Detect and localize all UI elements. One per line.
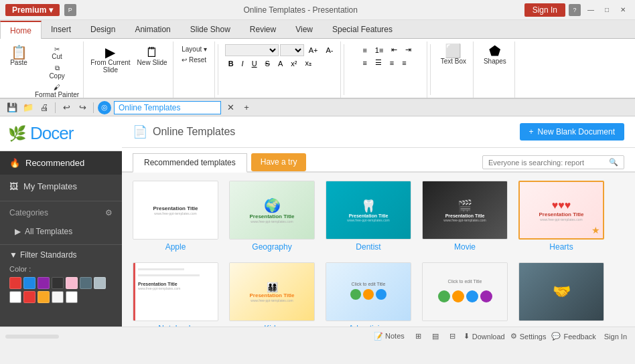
download-icon: ⬇ xyxy=(464,332,470,341)
color-swatch-red[interactable] xyxy=(9,277,21,289)
search-input[interactable] xyxy=(488,159,609,167)
justify-button[interactable]: ≡ xyxy=(399,58,409,68)
sidebar-item-all-templates[interactable]: ▶ All Templates xyxy=(0,221,122,242)
align-right-button[interactable]: ≡ xyxy=(386,58,397,68)
font-color-button[interactable]: A xyxy=(275,58,286,69)
document-icon: 📄 xyxy=(133,124,147,139)
indent-increase-button[interactable]: ⇥ xyxy=(402,44,415,56)
settings-area[interactable]: ⚙ Settings xyxy=(510,332,547,341)
tab-search-input[interactable] xyxy=(114,101,221,114)
cut-button[interactable]: ✂ Cut xyxy=(33,44,80,62)
minimize-button[interactable]: — xyxy=(584,3,597,17)
tab-slideshow[interactable]: Slide Show xyxy=(181,20,240,38)
align-center-button[interactable]: ☰ xyxy=(372,57,385,68)
template-colorful[interactable]: Click to edit Title xyxy=(422,262,508,327)
ribbon-tabs: Home Insert Design Animation Slide Show … xyxy=(0,20,635,39)
text-box-button[interactable]: ⬜ Text Box xyxy=(438,43,469,66)
layout-group: Layout ▾ ↩ Reset xyxy=(175,41,215,98)
color-swatch-white[interactable] xyxy=(9,291,21,303)
paste-button[interactable]: 📋 Paste xyxy=(5,44,32,68)
font-increase-button[interactable]: A+ xyxy=(305,45,322,56)
redo-button[interactable]: ↪ xyxy=(76,101,89,114)
font-size-select[interactable] xyxy=(280,44,304,56)
template-advertising[interactable]: Click to edit Title Advertising xyxy=(326,262,411,327)
signin-button[interactable]: Sign In xyxy=(524,3,565,17)
numbered-list-button[interactable]: 1≡ xyxy=(372,45,387,56)
shapes-button[interactable]: ⬟ Shapes xyxy=(481,43,509,66)
color-swatch-blue[interactable] xyxy=(23,277,36,289)
font-family-select[interactable] xyxy=(225,44,279,56)
download-area[interactable]: ⬇ Download xyxy=(464,332,505,341)
tab-home[interactable]: Home xyxy=(0,21,42,39)
tab-design[interactable]: Design xyxy=(81,20,125,38)
login-area[interactable]: Sign In xyxy=(602,331,630,342)
color-swatch-light-gray[interactable] xyxy=(94,277,106,289)
from-current-button[interactable]: ▶ From CurrentSlide xyxy=(88,44,133,75)
film-icon: 🎬 xyxy=(457,199,472,213)
color-swatch-white2[interactable] xyxy=(66,291,78,303)
copy-button[interactable]: ⧉ Copy xyxy=(33,63,80,81)
strikethrough-button[interactable]: S xyxy=(262,58,273,69)
template-hands[interactable]: 🤝 xyxy=(518,262,604,327)
close-tab-button[interactable]: ✕ xyxy=(224,101,237,114)
template-geography[interactable]: 🌍 Presentation Title www.free-ppt-templa… xyxy=(229,181,315,252)
tab-recommended[interactable]: Recommended templates xyxy=(133,153,247,173)
template-apple[interactable]: Presentation Title www.free-ppt-template… xyxy=(133,181,218,252)
slideshow-icon: ▶ xyxy=(105,46,115,59)
restore-button[interactable]: □ xyxy=(600,3,614,17)
save-quick-button[interactable]: 💾 xyxy=(5,101,19,114)
new-slide-button[interactable]: 🗒 New Slide xyxy=(135,44,170,68)
color-swatch-pink[interactable] xyxy=(66,277,78,289)
subscript-button[interactable]: x₂ xyxy=(301,58,315,69)
indent-decrease-button[interactable]: ⇤ xyxy=(388,44,401,56)
template-dentist[interactable]: 🦷 Presentation Title www.free-ppt-templa… xyxy=(326,181,411,252)
align-left-button[interactable]: ≡ xyxy=(359,58,370,68)
template-notebook[interactable]: Presentation Title www.free-ppt-template… xyxy=(133,262,218,327)
slide-view-button[interactable]: ▤ xyxy=(429,331,441,342)
color-swatch-off-white[interactable] xyxy=(52,291,64,303)
superscript-button[interactable]: x² xyxy=(287,58,300,69)
feedback-area[interactable]: 💬 Feedback xyxy=(551,332,595,341)
color-swatch-purple[interactable] xyxy=(38,277,50,289)
tab-have-a-try[interactable]: Have a try xyxy=(251,153,307,171)
notes-button[interactable]: 📝 Notes xyxy=(371,331,407,342)
new-blank-button[interactable]: + New Blank Document xyxy=(520,123,624,141)
sidebar-item-recommended[interactable]: 🔥 Recommended xyxy=(0,151,122,175)
tab-special[interactable]: Special Features xyxy=(323,20,403,38)
color-swatch-gray-blue[interactable] xyxy=(80,277,92,289)
grid-view-button[interactable]: ⊟ xyxy=(447,331,458,342)
new-tab-button[interactable]: + xyxy=(240,101,253,114)
normal-view-button[interactable]: ⊞ xyxy=(413,331,424,342)
color-swatches xyxy=(9,277,113,303)
template-movie[interactable]: 🎬 Presentation Title www.free-ppt-templa… xyxy=(422,181,508,252)
help-icon[interactable]: ? xyxy=(569,4,581,16)
format-painter-button[interactable]: 🖌 Format Painter xyxy=(33,82,80,100)
color-swatch-red2[interactable] xyxy=(23,291,36,303)
print-quick-button[interactable]: 🖨 xyxy=(38,101,51,114)
template-hearts[interactable]: ♥♥♥ Presentation Title www.free-ppt-temp… xyxy=(518,181,604,252)
reset-button[interactable]: ↩ Reset xyxy=(180,55,208,65)
font-decrease-button[interactable]: A- xyxy=(322,45,336,56)
italic-button[interactable]: I xyxy=(238,58,247,69)
tab-review[interactable]: Review xyxy=(240,20,286,38)
separator xyxy=(55,102,56,113)
open-quick-button[interactable]: 📁 xyxy=(21,101,35,114)
gear-icon[interactable]: ⚙ xyxy=(105,208,113,217)
bullet-list-button[interactable]: ≡ xyxy=(359,45,370,56)
layout-button[interactable]: Layout ▾ xyxy=(180,44,208,54)
main-area: 🌿 Docer 🔥 Recommended 🖼 My Templates Cat… xyxy=(0,116,635,327)
sidebar-item-my-templates[interactable]: 🖼 My Templates xyxy=(0,175,122,198)
search-bar[interactable]: 🔍 xyxy=(482,155,624,169)
bold-button[interactable]: B xyxy=(225,58,237,69)
color-swatch-black[interactable] xyxy=(52,277,64,289)
tab-animation[interactable]: Animation xyxy=(125,20,180,38)
content-title: 📄 Online Templates xyxy=(133,124,235,146)
tab-view[interactable]: View xyxy=(286,20,323,38)
color-swatch-yellow[interactable] xyxy=(38,291,50,303)
template-name-kids: Kids xyxy=(229,324,315,327)
undo-button[interactable]: ↩ xyxy=(60,101,73,114)
template-kids[interactable]: 👨‍👩‍👧‍👦 Presentation Title www.free-ppt-… xyxy=(229,262,315,327)
close-button[interactable]: ✕ xyxy=(616,3,630,17)
underline-button[interactable]: U xyxy=(249,58,261,69)
tab-insert[interactable]: Insert xyxy=(42,20,81,38)
